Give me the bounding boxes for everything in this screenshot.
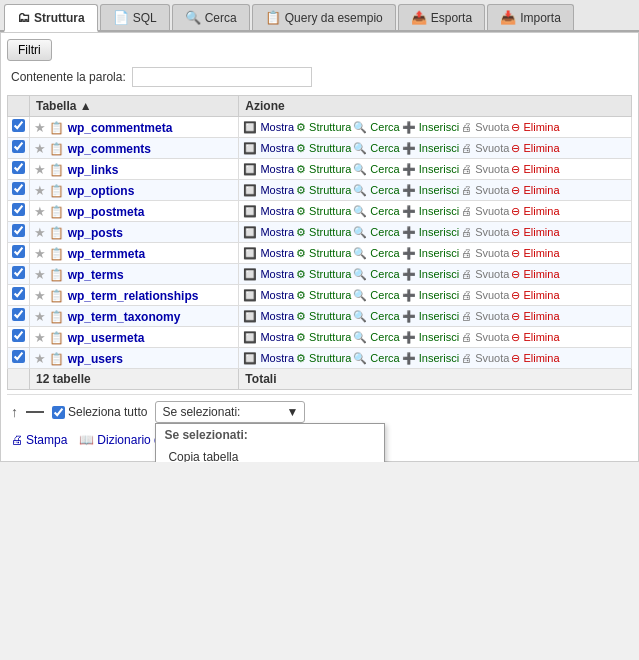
struttura-icon[interactable]: ⚙ Struttura: [296, 121, 351, 134]
tab-esporta[interactable]: 📤 Esporta: [398, 4, 485, 30]
elimina-icon[interactable]: ⊖ Elimina: [511, 121, 559, 134]
table-name-link[interactable]: wp_terms: [68, 268, 124, 282]
svuota-icon[interactable]: 🖨 Svuota: [461, 226, 509, 238]
cerca-action-icon[interactable]: 🔍 Cerca: [353, 142, 399, 155]
star-icon[interactable]: ★: [34, 309, 46, 324]
cerca-action-icon[interactable]: 🔍 Cerca: [353, 310, 399, 323]
table-name-link[interactable]: wp_options: [68, 184, 135, 198]
tab-query[interactable]: 📋 Query da esempio: [252, 4, 396, 30]
copy-icon[interactable]: 📋: [49, 289, 64, 303]
inserisci-icon[interactable]: ➕ Inserisci: [402, 226, 459, 239]
action-select[interactable]: Se selezionati: ▼: [155, 401, 305, 423]
struttura-icon[interactable]: ⚙ Struttura: [296, 268, 351, 281]
inserisci-icon[interactable]: ➕ Inserisci: [402, 163, 459, 176]
cerca-action-icon[interactable]: 🔍 Cerca: [353, 268, 399, 281]
star-icon[interactable]: ★: [34, 141, 46, 156]
row-checkbox[interactable]: [12, 287, 25, 300]
elimina-icon[interactable]: ⊖ Elimina: [511, 205, 559, 218]
row-checkbox[interactable]: [12, 161, 25, 174]
row-checkbox[interactable]: [12, 308, 25, 321]
cerca-action-icon[interactable]: 🔍 Cerca: [353, 184, 399, 197]
elimina-icon[interactable]: ⊖ Elimina: [511, 247, 559, 260]
svuota-icon[interactable]: 🖨 Svuota: [461, 247, 509, 259]
inserisci-icon[interactable]: ➕ Inserisci: [402, 268, 459, 281]
row-checkbox[interactable]: [12, 119, 25, 132]
svuota-icon[interactable]: 🖨 Svuota: [461, 289, 509, 301]
mostra-icon[interactable]: 🔲 Mostra: [243, 226, 294, 239]
mostra-icon[interactable]: 🔲 Mostra: [243, 289, 294, 302]
star-icon[interactable]: ★: [34, 330, 46, 345]
svuota-icon[interactable]: 🖨 Svuota: [461, 205, 509, 217]
elimina-icon[interactable]: ⊖ Elimina: [511, 184, 559, 197]
row-checkbox[interactable]: [12, 224, 25, 237]
star-icon[interactable]: ★: [34, 225, 46, 240]
copy-icon[interactable]: 📋: [49, 331, 64, 345]
row-checkbox[interactable]: [12, 266, 25, 279]
filter-input[interactable]: [132, 67, 312, 87]
struttura-icon[interactable]: ⚙ Struttura: [296, 184, 351, 197]
star-icon[interactable]: ★: [34, 204, 46, 219]
svuota-icon[interactable]: 🖨 Svuota: [461, 268, 509, 280]
elimina-icon[interactable]: ⊖ Elimina: [511, 289, 559, 302]
row-checkbox[interactable]: [12, 182, 25, 195]
struttura-icon[interactable]: ⚙ Struttura: [296, 205, 351, 218]
select-all-checkbox[interactable]: [52, 406, 65, 419]
table-name-link[interactable]: wp_links: [68, 163, 119, 177]
tab-sql[interactable]: 📄 SQL: [100, 4, 170, 30]
inserisci-icon[interactable]: ➕ Inserisci: [402, 247, 459, 260]
stampa-link[interactable]: 🖨 Stampa: [11, 433, 67, 447]
copy-icon[interactable]: 📋: [49, 247, 64, 261]
elimina-icon[interactable]: ⊖ Elimina: [511, 310, 559, 323]
mostra-icon[interactable]: 🔲 Mostra: [243, 205, 294, 218]
row-checkbox[interactable]: [12, 140, 25, 153]
inserisci-icon[interactable]: ➕ Inserisci: [402, 331, 459, 344]
cerca-action-icon[interactable]: 🔍 Cerca: [353, 121, 399, 134]
row-checkbox[interactable]: [12, 245, 25, 258]
star-icon[interactable]: ★: [34, 120, 46, 135]
inserisci-icon[interactable]: ➕ Inserisci: [402, 352, 459, 365]
inserisci-icon[interactable]: ➕ Inserisci: [402, 142, 459, 155]
mostra-icon[interactable]: 🔲 Mostra: [243, 247, 294, 260]
mostra-icon[interactable]: 🔲 Mostra: [243, 184, 294, 197]
mostra-icon[interactable]: 🔲 Mostra: [243, 310, 294, 323]
struttura-icon[interactable]: ⚙ Struttura: [296, 352, 351, 365]
table-name-link[interactable]: wp_users: [68, 352, 123, 366]
struttura-icon[interactable]: ⚙ Struttura: [296, 310, 351, 323]
mostra-icon[interactable]: 🔲 Mostra: [243, 121, 294, 134]
star-icon[interactable]: ★: [34, 351, 46, 366]
scroll-up-icon[interactable]: ↑: [11, 404, 18, 420]
copy-icon[interactable]: 📋: [49, 310, 64, 324]
copy-icon[interactable]: 📋: [49, 163, 64, 177]
elimina-icon[interactable]: ⊖ Elimina: [511, 331, 559, 344]
copy-icon[interactable]: 📋: [49, 268, 64, 282]
inserisci-icon[interactable]: ➕ Inserisci: [402, 184, 459, 197]
copy-icon[interactable]: 📋: [49, 205, 64, 219]
struttura-icon[interactable]: ⚙ Struttura: [296, 226, 351, 239]
svuota-icon[interactable]: 🖨 Svuota: [461, 121, 509, 133]
svuota-icon[interactable]: 🖨 Svuota: [461, 142, 509, 154]
star-icon[interactable]: ★: [34, 162, 46, 177]
inserisci-icon[interactable]: ➕ Inserisci: [402, 310, 459, 323]
star-icon[interactable]: ★: [34, 246, 46, 261]
copy-icon[interactable]: 📋: [49, 121, 64, 135]
struttura-icon[interactable]: ⚙ Struttura: [296, 163, 351, 176]
star-icon[interactable]: ★: [34, 288, 46, 303]
cerca-action-icon[interactable]: 🔍 Cerca: [353, 205, 399, 218]
copy-icon[interactable]: 📋: [49, 226, 64, 240]
star-icon[interactable]: ★: [34, 183, 46, 198]
tab-struttura[interactable]: 🗂 Struttura: [4, 4, 98, 32]
struttura-icon[interactable]: ⚙ Struttura: [296, 289, 351, 302]
svuota-icon[interactable]: 🖨 Svuota: [461, 310, 509, 322]
cerca-action-icon[interactable]: 🔍 Cerca: [353, 331, 399, 344]
elimina-icon[interactable]: ⊖ Elimina: [511, 268, 559, 281]
star-icon[interactable]: ★: [34, 267, 46, 282]
tab-importa[interactable]: 📥 Importa: [487, 4, 574, 30]
mostra-icon[interactable]: 🔲 Mostra: [243, 142, 294, 155]
elimina-icon[interactable]: ⊖ Elimina: [511, 163, 559, 176]
table-name-link[interactable]: wp_comments: [68, 142, 151, 156]
svuota-icon[interactable]: 🖨 Svuota: [461, 163, 509, 175]
table-name-link[interactable]: wp_commentmeta: [68, 121, 173, 135]
cerca-action-icon[interactable]: 🔍 Cerca: [353, 289, 399, 302]
svuota-icon[interactable]: 🖨 Svuota: [461, 352, 509, 364]
mostra-icon[interactable]: 🔲 Mostra: [243, 331, 294, 344]
